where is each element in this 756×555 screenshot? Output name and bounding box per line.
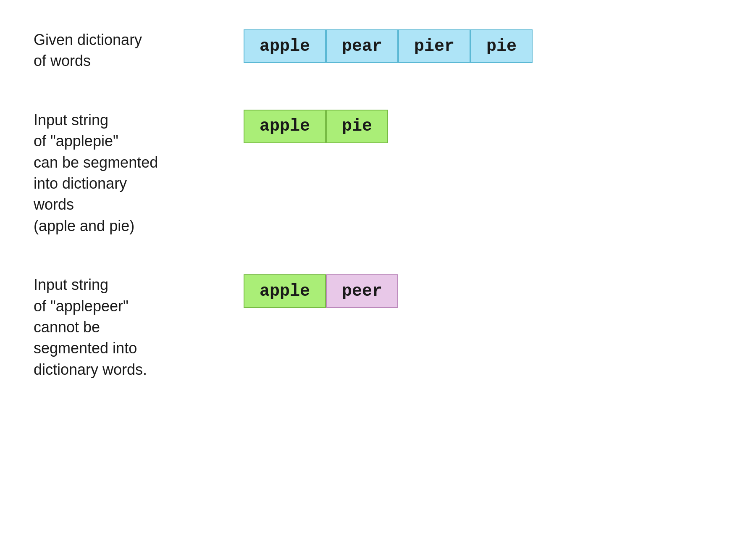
section-applepie: Input stringof "applepie"can be segmente…	[34, 105, 722, 237]
section-applepeer-visual: apple peer	[244, 270, 398, 308]
section-dictionary-visual: apple pear pier pie	[244, 25, 533, 63]
section-applepeer-label: Input stringof "applepeer"cannot besegme…	[34, 270, 227, 380]
applepie-word-row: apple pie	[244, 110, 388, 143]
word-box-pear: pear	[326, 29, 398, 63]
section-applepie-label: Input stringof "applepie"can be segmente…	[34, 105, 227, 237]
word-box-apple-green: apple	[244, 110, 326, 143]
applepeer-word-row: apple peer	[244, 274, 398, 308]
dictionary-word-row: apple pear pier pie	[244, 29, 533, 63]
word-box-pier: pier	[398, 29, 470, 63]
word-box-peer-pink: peer	[326, 274, 398, 308]
word-box-apple: apple	[244, 29, 326, 63]
page-container: Given dictionaryof words apple pear pier…	[0, 0, 756, 555]
word-box-pie: pie	[470, 29, 533, 63]
section-applepie-visual: apple pie	[244, 105, 388, 143]
section-applepeer: Input stringof "applepeer"cannot besegme…	[34, 270, 722, 380]
section-dictionary: Given dictionaryof words apple pear pier…	[34, 25, 722, 72]
section-dictionary-label: Given dictionaryof words	[34, 25, 227, 72]
word-box-pie-green: pie	[326, 110, 388, 143]
word-box-apple-green2: apple	[244, 274, 326, 308]
